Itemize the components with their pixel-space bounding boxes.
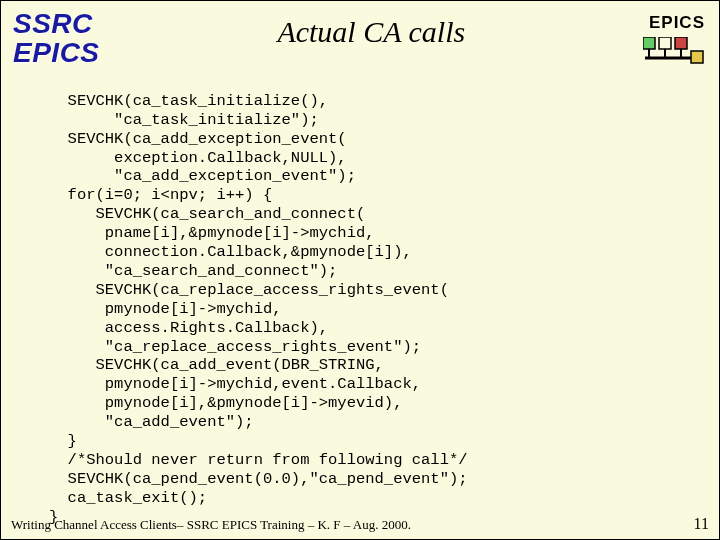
logo-line-2: EPICS [13,38,100,67]
page-number: 11 [694,515,709,533]
slide-header: SSRC EPICS Actual CA calls EPICS [1,1,719,68]
epics-icon [643,37,705,65]
epics-label: EPICS [649,13,705,33]
code-block: SEVCHK(ca_task_initialize(), "ca_task_in… [1,68,719,527]
svg-rect-1 [659,37,671,49]
slide-title: Actual CA calls [100,9,643,49]
logo-line-1: SSRC [13,9,100,38]
right-logo: EPICS [643,9,705,65]
slide-footer: Writing Channel Access Clients– SSRC EPI… [11,515,709,533]
left-logo: SSRC EPICS [13,9,100,68]
svg-rect-7 [691,51,703,63]
footer-text: Writing Channel Access Clients– SSRC EPI… [11,517,411,533]
svg-rect-2 [675,37,687,49]
svg-rect-0 [643,37,655,49]
